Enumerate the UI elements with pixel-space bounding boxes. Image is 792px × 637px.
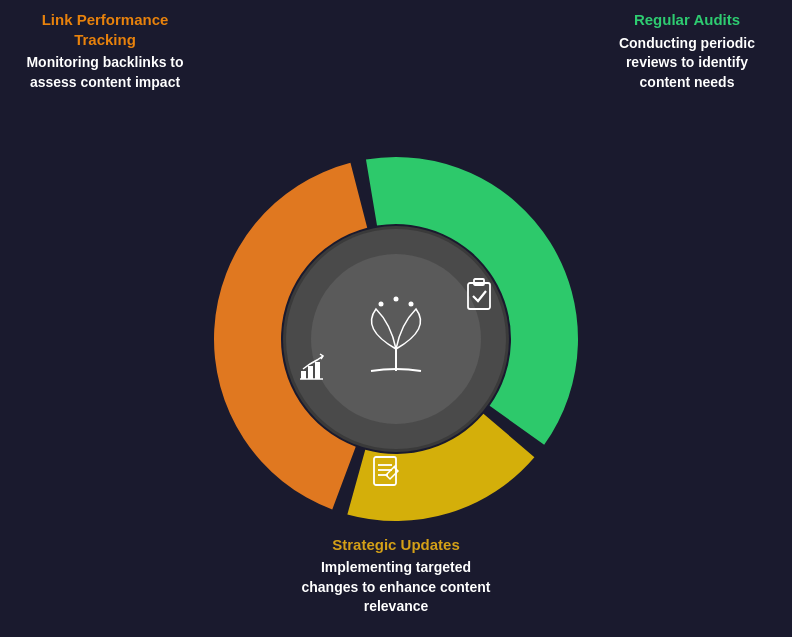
link-performance-label: Link Performance Tracking Monitoring bac…	[20, 10, 190, 92]
regular-audits-desc: Conducting periodic reviews to identify …	[602, 34, 772, 93]
svg-rect-7	[301, 371, 306, 379]
svg-point-5	[409, 301, 414, 306]
strategic-updates-label: Strategic Updates Implementing targeted …	[296, 535, 496, 617]
donut-chart	[196, 139, 596, 539]
svg-point-2	[311, 254, 481, 424]
svg-point-4	[394, 296, 399, 301]
main-container: Link Performance Tracking Monitoring bac…	[0, 0, 792, 637]
link-performance-desc: Monitoring backlinks to assess content i…	[20, 53, 190, 92]
svg-point-3	[379, 301, 384, 306]
strategic-updates-desc: Implementing targeted changes to enhance…	[296, 558, 496, 617]
svg-rect-8	[308, 366, 313, 379]
regular-audits-title: Regular Audits	[602, 10, 772, 30]
regular-audits-label: Regular Audits Conducting periodic revie…	[602, 10, 772, 92]
strategic-updates-title: Strategic Updates	[296, 535, 496, 555]
link-performance-title: Link Performance Tracking	[20, 10, 190, 49]
svg-rect-9	[315, 362, 320, 379]
